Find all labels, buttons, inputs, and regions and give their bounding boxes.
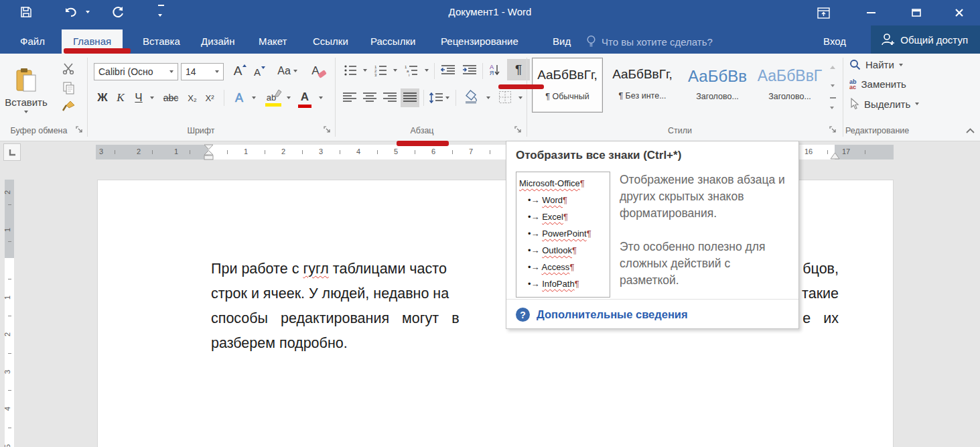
clipboard-dialog-launcher-icon[interactable] — [76, 126, 86, 136]
tab-review[interactable]: Рецензирование — [429, 29, 530, 54]
select-button[interactable]: Выделить — [849, 98, 919, 110]
format-painter-icon[interactable] — [57, 98, 80, 115]
right-indent-marker-icon[interactable] — [830, 151, 840, 159]
preview-item: •→ Excel¶ — [519, 208, 610, 225]
multilevel-list-button[interactable]: 1ai — [401, 62, 422, 79]
tab-layout[interactable]: Макет — [247, 29, 298, 54]
paste-button[interactable]: Вставить — [5, 59, 47, 121]
superscript-button[interactable]: X² — [201, 88, 218, 107]
shading-button[interactable] — [461, 87, 482, 107]
tab-mailings[interactable]: Рассылки — [359, 29, 427, 54]
preview-item: •→ PowerPoint¶ — [519, 225, 610, 242]
grow-font-button[interactable]: А — [230, 62, 249, 80]
maximize-button[interactable] — [901, 0, 932, 25]
highlight-button[interactable]: ab — [260, 87, 283, 107]
find-label: Найти — [865, 59, 894, 70]
change-case-button[interactable]: Аа — [273, 62, 301, 80]
decrease-indent-button[interactable] — [438, 62, 458, 79]
sign-in-button[interactable]: Вход — [823, 29, 846, 54]
close-button[interactable] — [944, 0, 975, 25]
tell-me-placeholder: Что вы хотите сделать? — [602, 36, 713, 48]
italic-button[interactable]: К — [113, 88, 129, 107]
clear-formatting-button[interactable]: А — [309, 62, 330, 80]
document-workspace: 3211234567891011121314151617 2112345 При… — [0, 141, 980, 447]
justify-button[interactable] — [401, 88, 419, 107]
preview-heading: Microsoft-Office¶ — [519, 175, 610, 192]
tab-insert[interactable]: Вставка — [131, 29, 192, 54]
preview-item: •→ Word¶ — [519, 192, 610, 208]
ruler-tick — [452, 150, 453, 154]
tell-me-box[interactable]: Что вы хотите сделать? — [586, 35, 713, 48]
font-color-dropdown-icon[interactable] — [316, 88, 326, 107]
align-left-button[interactable] — [340, 88, 359, 107]
font-color-button[interactable]: А — [295, 87, 315, 107]
paragraph-dialog-launcher-icon[interactable] — [514, 126, 524, 136]
strikethrough-button[interactable]: abc — [159, 88, 182, 107]
minimize-button[interactable] — [855, 0, 886, 25]
text-line-4: разберем подробно. — [211, 331, 839, 356]
highlight-dropdown-icon[interactable] — [284, 88, 293, 107]
tooltip-paragraph-1: Отображение знаков абзаца и других скрыт… — [620, 172, 789, 222]
style-no-spacing[interactable]: АаБбВвГг, ¶ Без инте... — [607, 58, 678, 113]
styles-scroll-down-icon[interactable] — [826, 78, 839, 94]
ruler-number: 1 — [174, 147, 178, 155]
font-size-combo[interactable]: 14 — [181, 63, 224, 80]
tab-file[interactable]: Файл — [9, 29, 56, 54]
find-button[interactable]: Найти — [849, 59, 903, 70]
tab-design[interactable]: Дизайн — [190, 29, 246, 54]
svg-text:i: i — [409, 73, 409, 77]
multilevel-dropdown-icon[interactable] — [422, 62, 431, 79]
tab-references[interactable]: Ссылки — [301, 29, 360, 54]
share-button[interactable]: Общий доступ — [871, 25, 980, 54]
text-effects-button[interactable]: А — [229, 88, 249, 107]
bullets-button[interactable] — [340, 62, 360, 79]
bold-button[interactable]: Ж — [94, 88, 111, 107]
ruler-tick — [265, 150, 265, 154]
align-center-button[interactable] — [360, 88, 379, 107]
ruler-tick — [115, 150, 115, 154]
sort-button[interactable]: А Я — [485, 60, 505, 80]
editing-group-label: Редактирование — [843, 126, 936, 135]
font-family-combo[interactable]: Calibri (Осно — [94, 63, 178, 80]
shading-dropdown-icon[interactable] — [484, 88, 492, 107]
underline-dropdown-icon[interactable] — [147, 88, 157, 107]
numbering-dropdown-icon[interactable] — [391, 62, 399, 79]
align-right-button[interactable] — [380, 88, 399, 107]
shrink-font-button[interactable]: А — [251, 63, 268, 80]
increase-indent-button[interactable] — [460, 62, 480, 79]
ruler-number: 5 — [3, 444, 11, 447]
borders-dropdown-icon[interactable] — [516, 88, 524, 107]
pilcrow-mark: ¶ — [580, 178, 585, 188]
annotation-underline-pilcrow — [498, 84, 544, 89]
learn-more-link[interactable]: ? Дополнительные сведения — [516, 308, 688, 322]
indent-markers-icon[interactable] — [203, 144, 214, 160]
style-heading1[interactable]: АаБбВв Заголово... — [682, 58, 753, 113]
vertical-ruler[interactable]: 2112345 — [5, 180, 14, 447]
cut-icon[interactable] — [57, 60, 80, 76]
ribbon-display-options-icon[interactable] — [808, 0, 839, 25]
line-spacing-button[interactable] — [427, 88, 450, 107]
styles-gallery-more-icon[interactable] — [826, 97, 839, 113]
styles-dialog-launcher-icon[interactable] — [829, 126, 839, 136]
borders-button[interactable] — [494, 87, 516, 107]
text-effects-dropdown-icon[interactable] — [249, 88, 259, 107]
styles-scroll-up-icon[interactable] — [826, 59, 839, 75]
copy-icon[interactable] — [57, 79, 80, 97]
numbering-button[interactable]: 123 — [370, 62, 391, 79]
ruler-tick — [8, 241, 11, 242]
ribbon: Вставить Буфер обмена Calibri (Осно 14 А… — [0, 54, 980, 141]
replace-button[interactable]: ab ac Заменить — [849, 78, 906, 90]
bullets-dropdown-icon[interactable] — [360, 62, 369, 79]
tab-view[interactable]: Вид — [541, 29, 582, 54]
underline-button[interactable]: Ч — [130, 88, 147, 107]
collapse-ribbon-icon[interactable] — [963, 125, 977, 137]
font-dialog-launcher-icon[interactable] — [324, 126, 334, 136]
title-bar: Документ1 - Word — [0, 0, 980, 25]
tab-selector-button[interactable] — [3, 143, 21, 161]
style-heading2[interactable]: АаБбВвГ Заголово... — [754, 58, 825, 113]
font-size-value: 14 — [186, 66, 196, 77]
search-icon — [849, 59, 861, 70]
ruler-number: 1 — [3, 227, 11, 231]
ruler-number: 3 — [99, 147, 103, 155]
subscript-button[interactable]: X₂ — [184, 88, 201, 107]
